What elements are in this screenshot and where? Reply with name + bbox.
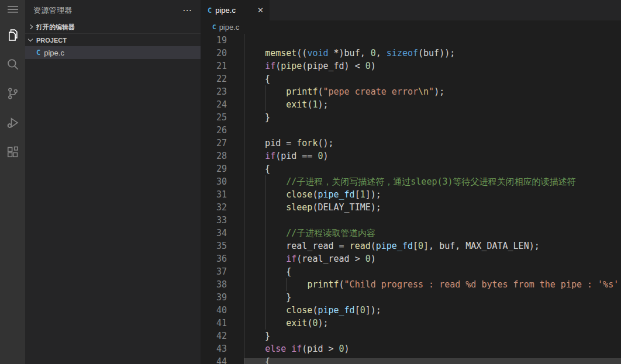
c-file-icon: C [212, 23, 216, 31]
code-text: if(pid == 0) [244, 150, 621, 162]
code-line[interactable]: 31 close(pipe_fd[1]); [201, 188, 621, 201]
code-line[interactable]: 25 } [201, 111, 621, 124]
line-number: 35 [201, 240, 244, 252]
code-text: if(pipe(pipe_fd) < 0) [244, 60, 621, 72]
code-text: sleep(DELAY_TIME); [244, 201, 621, 214]
code-text: { [244, 72, 621, 85]
file-item-pipe-c[interactable]: C pipe.c [25, 46, 201, 59]
code-text [244, 214, 621, 227]
code-line[interactable]: 32 sleep(DELAY_TIME); [201, 201, 621, 214]
code-text: } [244, 291, 621, 304]
indent-guide [265, 175, 265, 330]
section-label: 打开的编辑器 [36, 23, 75, 32]
line-number: 19 [201, 34, 244, 47]
file-name: pipe.c [44, 48, 64, 57]
line-number: 26 [201, 124, 244, 137]
code-line[interactable]: 20 memset((void *)buf, 0, sizeof(buf)); [201, 47, 621, 60]
source-control-icon[interactable] [0, 81, 25, 106]
run-debug-icon[interactable] [0, 110, 25, 135]
breadcrumb[interactable]: C pipe.c [201, 20, 621, 34]
code-line[interactable]: 42 } [201, 330, 621, 342]
code-line[interactable]: 33 [201, 214, 621, 227]
indent-guide [244, 34, 244, 364]
line-number: 32 [201, 201, 244, 214]
code-line[interactable]: 27 pid = fork(); [201, 137, 621, 150]
code-text: printf("Child progress : read %d bytes f… [244, 278, 621, 291]
breadcrumb-item: pipe.c [219, 23, 240, 32]
section-open-editors[interactable]: 打开的编辑器 [25, 20, 201, 33]
code-text: //子进程，关闭写描述符，通过sleep(3)等待父进程关闭相应的读描述符 [244, 175, 621, 188]
line-number: 25 [201, 111, 244, 124]
indent-guide [265, 85, 265, 111]
code-text: exit(0); [244, 317, 621, 330]
line-number: 44 [201, 355, 244, 364]
more-actions-icon[interactable]: ⋯ [182, 8, 192, 13]
code-text: //子进程读取管道内容 [244, 227, 621, 240]
sidebar-title: 资源管理器 [33, 5, 182, 16]
code-line[interactable]: 21 if(pipe(pipe_fd) < 0) [201, 60, 621, 72]
line-number: 33 [201, 214, 244, 227]
code-text: pid = fork(); [244, 137, 621, 150]
code-line[interactable]: 36 if(real_read > 0) [201, 252, 621, 265]
chevron-down-icon [28, 37, 33, 41]
code-text: close(pipe_fd[1]); [244, 188, 621, 201]
code-line[interactable]: 29 { [201, 162, 621, 175]
code-text: } [244, 111, 621, 124]
line-number: 36 [201, 252, 244, 265]
code-line[interactable]: 35 real_read = read(pipe_fd[0], buf, MAX… [201, 240, 621, 252]
tab-label: pipe.c [215, 6, 253, 15]
code-line[interactable]: 22 { [201, 72, 621, 85]
line-number: 39 [201, 291, 244, 304]
section-label: PROJECT [36, 37, 67, 44]
code-line[interactable]: 43 else if(pid > 0) [201, 342, 621, 355]
line-number: 23 [201, 85, 244, 98]
code-text: { [244, 162, 621, 175]
code-line[interactable]: 41 exit(0); [201, 317, 621, 330]
code-line[interactable]: 38 printf("Child progress : read %d byte… [201, 278, 621, 291]
line-number: 41 [201, 317, 244, 330]
code-line[interactable]: 39 } [201, 291, 621, 304]
code-text: if(real_read > 0) [244, 252, 621, 265]
code-line[interactable]: 24 exit(1); [201, 98, 621, 111]
line-number: 42 [201, 330, 244, 342]
line-number: 43 [201, 342, 244, 355]
line-number: 34 [201, 227, 244, 240]
line-number: 38 [201, 278, 244, 291]
line-number: 31 [201, 188, 244, 201]
horizontal-scrollbar[interactable] [244, 358, 621, 364]
menu-icon[interactable] [0, 0, 25, 18]
section-project[interactable]: PROJECT [25, 33, 201, 46]
code-line[interactable]: 19 [201, 34, 621, 47]
activity-bar [0, 0, 25, 364]
indent-guide [286, 278, 287, 291]
vscode-window: 资源管理器 ⋯ 打开的编辑器 PROJECT C pipe.c C pipe.c… [0, 0, 621, 364]
tab-pipe-c[interactable]: C pipe.c ✕ [201, 0, 270, 20]
line-number: 30 [201, 175, 244, 188]
line-number: 29 [201, 162, 244, 175]
code-line[interactable]: 28 if(pid == 0) [201, 150, 621, 162]
extensions-icon[interactable] [0, 139, 25, 164]
code-line[interactable]: 30 //子进程，关闭写描述符，通过sleep(3)等待父进程关闭相应的读描述符 [201, 175, 621, 188]
c-file-icon: C [36, 48, 40, 57]
code-text: close(pipe_fd[0]); [244, 304, 621, 317]
sidebar-explorer: 资源管理器 ⋯ 打开的编辑器 PROJECT C pipe.c [25, 0, 201, 364]
code-text: else if(pid > 0) [244, 342, 621, 355]
code-text: { [244, 265, 621, 278]
explorer-files-icon[interactable] [0, 22, 25, 47]
c-file-icon: C [208, 6, 212, 15]
code-editor[interactable]: 1920 memset((void *)buf, 0, sizeof(buf))… [201, 34, 621, 364]
code-text [244, 124, 621, 137]
code-line[interactable]: 40 close(pipe_fd[0]); [201, 304, 621, 317]
code-line[interactable]: 37 { [201, 265, 621, 278]
search-icon[interactable] [0, 51, 25, 77]
code-line[interactable]: 34 //子进程读取管道内容 [201, 227, 621, 240]
code-text: } [244, 330, 621, 342]
code-line[interactable]: 26 [201, 124, 621, 137]
line-number: 21 [201, 60, 244, 72]
chevron-right-icon [28, 25, 33, 29]
code-line[interactable]: 23 printf("pepe create error\n"); [201, 85, 621, 98]
line-number: 37 [201, 265, 244, 278]
code-text [244, 34, 621, 47]
code-text: real_read = read(pipe_fd[0], buf, MAX_DA… [244, 240, 621, 252]
close-icon[interactable]: ✕ [257, 6, 264, 15]
